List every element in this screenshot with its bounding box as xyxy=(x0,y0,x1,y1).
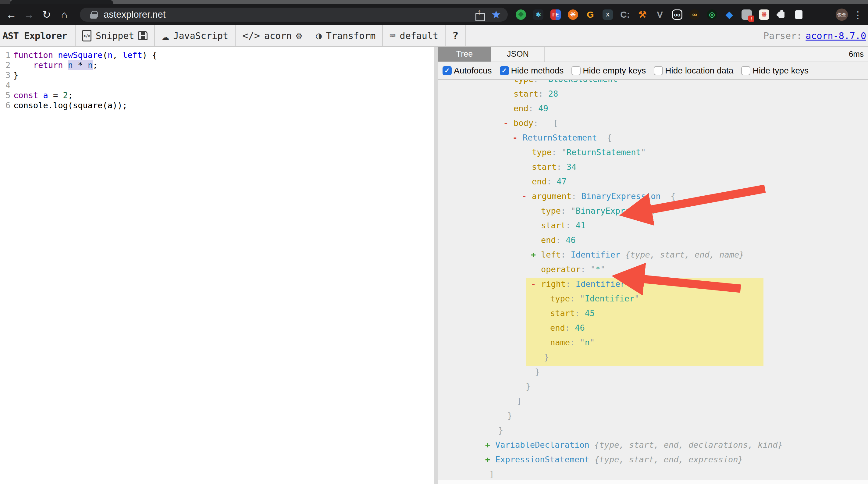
tree-punct-row: ] xyxy=(438,394,868,409)
line-number: 4 xyxy=(0,80,13,90)
extension-fe-icon[interactable]: FE xyxy=(550,9,561,21)
tree-node-VariableDeclaration[interactable]: +VariableDeclaration {type, start, end, … xyxy=(438,438,868,452)
save-icon[interactable] xyxy=(138,31,148,40)
extension-pickaxe-icon[interactable]: ⚒ xyxy=(637,9,648,21)
extension-orange-hub-icon[interactable]: ✳ xyxy=(567,9,579,21)
option-label: Hide location data xyxy=(665,66,733,75)
extension-row: ❖⚛FE✳GXC:⚒Voo∞◎◆!※ xyxy=(515,9,836,21)
extension-green-puzzle-icon[interactable]: ❖ xyxy=(515,9,527,21)
tree-options-bar: ✓Autofocus✓Hide methodsHide empty keysHi… xyxy=(438,62,868,80)
checkbox-icon[interactable] xyxy=(741,66,750,75)
expand-toggle-icon[interactable]: + xyxy=(529,247,538,262)
forward-icon[interactable]: → xyxy=(22,8,36,22)
extension-mahjong-icon[interactable]: ※ xyxy=(758,9,770,21)
ast-tree-view[interactable]: type: "BlockStatement"start: 28end: 49-b… xyxy=(438,80,868,480)
snippet-label: Snippet xyxy=(96,30,134,41)
option-label: Hide empty keys xyxy=(583,66,646,75)
extension-g-logo-icon[interactable]: G xyxy=(585,9,596,21)
option-hide-methods[interactable]: ✓Hide methods xyxy=(500,66,564,75)
address-bar[interactable]: astexplorer.net ★ xyxy=(80,8,508,22)
line-number: 5 xyxy=(0,90,13,100)
option-hide-type-keys[interactable]: Hide type keys xyxy=(741,66,809,75)
tree-node-Identifier[interactable]: -right: Identifier { xyxy=(438,277,868,291)
tree-node-BinaryExpression[interactable]: -argument: BinaryExpression { xyxy=(438,189,868,204)
extensions-puzzle-icon[interactable] xyxy=(776,9,787,21)
tree-prop-body[interactable]: -body: [ xyxy=(438,116,868,130)
extension-orbit-icon[interactable]: ◎ xyxy=(706,9,718,21)
expand-toggle-icon[interactable]: + xyxy=(483,452,492,467)
line-number: 2 xyxy=(0,60,13,70)
tree-punct-row: } xyxy=(438,365,868,379)
browser-menu-icon[interactable]: ⋮ xyxy=(854,9,863,20)
tree-node-ExpressionStatement[interactable]: +ExpressionStatement {type, start, end, … xyxy=(438,452,868,467)
tree-prop-end: end: 46 xyxy=(438,233,868,247)
keymap-menu[interactable]: ⌨ default xyxy=(383,25,445,46)
parser-version-link[interactable]: acorn-8.7.0 xyxy=(806,30,866,41)
side-panel-icon[interactable] xyxy=(793,9,805,21)
tab-tree[interactable]: Tree xyxy=(438,47,491,62)
parser-version-box: Parser: acorn-8.7.0 xyxy=(757,25,868,46)
pane-divider[interactable] xyxy=(434,47,438,484)
checkbox-icon[interactable] xyxy=(654,66,663,75)
profile-avatar[interactable]: 俊奎 xyxy=(836,8,848,21)
tree-punct-row: } xyxy=(438,409,868,423)
editor-line: 6console.log(square(a)); xyxy=(0,100,434,110)
checkbox-icon[interactable]: ✓ xyxy=(500,66,509,75)
back-icon[interactable]: ← xyxy=(4,8,18,22)
url-text[interactable]: astexplorer.net xyxy=(104,9,475,20)
collapse-toggle-icon[interactable]: - xyxy=(510,130,520,145)
parser-button-label: acorn xyxy=(264,30,292,41)
language-label: JavaScript xyxy=(174,30,228,41)
option-hide-location-data[interactable]: Hide location data xyxy=(654,66,733,75)
transform-toggle[interactable]: ◑ Transform xyxy=(309,25,383,46)
tree-prop-type: type: "BinaryExpression" xyxy=(438,204,868,218)
language-menu[interactable]: ☁ JavaScript xyxy=(155,25,236,46)
tree-node-ReturnStatement[interactable]: -ReturnStatement { xyxy=(438,130,868,145)
expand-toggle-icon[interactable]: + xyxy=(483,438,492,452)
collapse-toggle-icon[interactable]: - xyxy=(501,116,510,130)
extension-c-colon-icon[interactable]: C: xyxy=(619,9,631,21)
tree-punct-row: } xyxy=(438,423,868,438)
share-icon[interactable] xyxy=(475,10,484,20)
collapse-toggle-icon[interactable]: - xyxy=(529,277,538,291)
reload-icon[interactable]: ↻ xyxy=(40,8,54,22)
ast-output-pane: TreeJSON6ms ✓Autofocus✓Hide methodsHide … xyxy=(438,47,868,484)
keyboard-icon: ⌨ xyxy=(390,30,395,41)
extension-react-icon[interactable]: ⚛ xyxy=(532,9,544,21)
tree-prop-name: name: "n" xyxy=(438,335,868,350)
checkbox-icon[interactable] xyxy=(571,66,581,75)
line-number: 6 xyxy=(0,100,13,110)
bookmark-star-icon[interactable]: ★ xyxy=(491,8,501,21)
active-tab[interactable] xyxy=(10,0,113,4)
option-autofocus[interactable]: ✓Autofocus xyxy=(442,66,492,75)
line-number: 3 xyxy=(0,70,13,80)
tree-scrollbar-track[interactable] xyxy=(438,480,868,484)
help-button[interactable]: ? xyxy=(445,25,466,46)
option-label: Hide methods xyxy=(511,66,564,75)
code-editor[interactable]: 1function newSquare(n, left) {2 return n… xyxy=(0,47,434,484)
extension-goggles-icon[interactable]: oo xyxy=(672,9,683,21)
extension-infinity-icon[interactable]: ∞ xyxy=(689,9,701,21)
option-hide-empty-keys[interactable]: Hide empty keys xyxy=(571,66,646,75)
extension-tiles-alert-icon[interactable]: ! xyxy=(741,9,752,21)
keymap-label: default xyxy=(400,30,438,41)
parser-prefix: Parser: xyxy=(764,30,802,41)
editor-line: 5const a = 2; xyxy=(0,90,434,100)
tree-node-Identifier[interactable]: +left: Identifier {type, start, end, nam… xyxy=(438,247,868,262)
extension-x-tool-icon[interactable]: X xyxy=(602,9,614,21)
extension-vue-icon[interactable]: V xyxy=(654,9,665,21)
snippet-menu[interactable]: </> Snippet xyxy=(75,25,155,46)
home-icon[interactable]: ⌂ xyxy=(57,8,71,22)
parser-menu[interactable]: </> acorn ⚙ xyxy=(236,25,309,46)
option-label: Autofocus xyxy=(454,66,492,75)
parser-settings-gear-icon[interactable]: ⚙ xyxy=(296,30,302,41)
parse-timing: 6ms xyxy=(849,47,868,62)
collapse-toggle-icon[interactable]: - xyxy=(520,189,529,204)
checkbox-icon[interactable]: ✓ xyxy=(442,66,452,75)
transform-label: Transform xyxy=(326,30,376,41)
tab-json[interactable]: JSON xyxy=(491,47,545,62)
extension-blue-gem-icon[interactable]: ◆ xyxy=(723,9,735,21)
tree-prop-type: type: "BlockStatement" xyxy=(438,80,868,87)
tree-prop-type: type: "Identifier" xyxy=(438,291,868,306)
tree-prop-end: end: 46 xyxy=(438,321,868,335)
